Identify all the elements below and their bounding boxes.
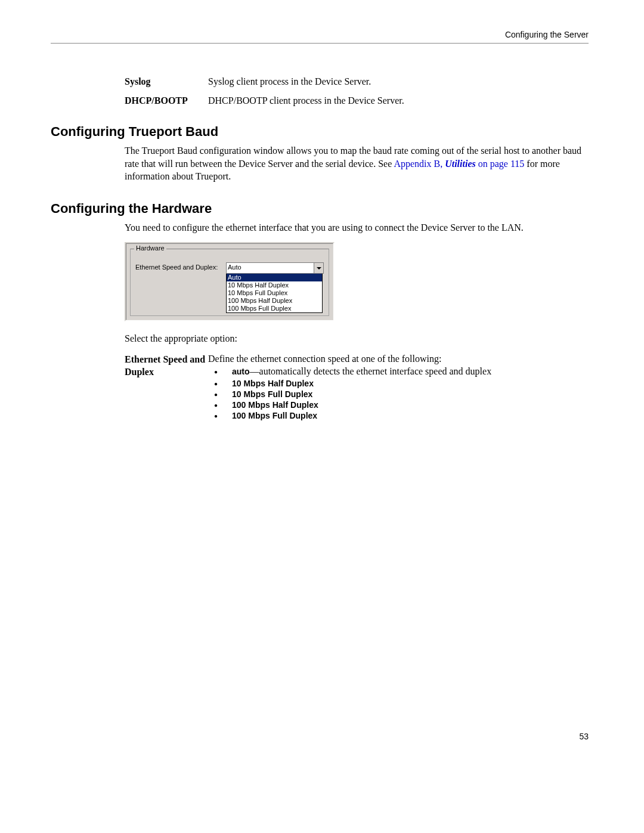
option-name: 100 Mbps Half Duplex — [232, 400, 318, 410]
groupbox-title: Hardware — [134, 244, 166, 252]
option-name: 10 Mbps Full Duplex — [232, 389, 312, 400]
option-desc: —automatically detects the ethernet inte… — [250, 366, 492, 376]
running-header: Configuring the Server — [51, 30, 589, 39]
ethernet-def-intro: Define the ethernet connection speed at … — [208, 354, 589, 364]
list-item[interactable]: Auto — [227, 274, 322, 281]
list-item: ●100 Mbps Full Duplex — [208, 410, 589, 421]
ethernet-def-term: Ethernet Speed and Duplex — [125, 354, 208, 422]
ethernet-def-block: Ethernet Speed and Duplex Define the eth… — [125, 354, 589, 422]
option-name: auto — [232, 367, 250, 376]
definition-table: Syslog Syslog client process in the Devi… — [125, 76, 589, 106]
header-rule — [51, 43, 589, 44]
bullet-icon: ● — [208, 401, 232, 409]
ethernet-options-list: ●auto—automatically detects the ethernet… — [208, 366, 589, 422]
list-item[interactable]: 100 Mbps Full Duplex — [227, 305, 322, 312]
bullet-icon: ● — [208, 412, 232, 420]
list-item: ●100 Mbps Half Duplex — [208, 400, 589, 410]
link-prefix: Appendix B, — [394, 159, 445, 169]
def-row: Syslog Syslog client process in the Devi… — [125, 76, 589, 87]
combobox-value: Auto — [227, 263, 314, 273]
ethernet-speed-combobox[interactable]: Auto — [226, 262, 324, 274]
combobox-dropdown-button[interactable] — [314, 263, 323, 273]
hardware-groupbox: Hardware Ethernet Speed and Duplex: Auto… — [130, 249, 329, 316]
option-name: 10 Mbps Half Duplex — [232, 378, 314, 389]
link-suffix: on page 115 — [476, 159, 525, 169]
appendix-link[interactable]: Appendix B, Utilities on page 115 — [394, 159, 524, 169]
heading-trueport: Configuring Trueport Baud — [51, 124, 589, 140]
def-term: Syslog — [125, 76, 208, 87]
list-item[interactable]: 10 Mbps Half Duplex — [227, 281, 322, 289]
list-item[interactable]: 100 Mbps Half Duplex — [227, 297, 322, 305]
list-item: ●auto—automatically detects the ethernet… — [208, 366, 589, 378]
bullet-icon: ● — [208, 391, 232, 398]
list-item[interactable]: 10 Mbps Full Duplex — [227, 289, 322, 297]
list-item: ●10 Mbps Half Duplex — [208, 378, 589, 389]
chevron-down-icon — [317, 267, 321, 270]
select-prompt: Select the appropriate option: — [125, 332, 589, 345]
def-row: DHCP/BOOTP DHCP/BOOTP client process in … — [125, 95, 589, 106]
heading-hardware: Configuring the Hardware — [51, 201, 589, 216]
def-desc: Syslog client process in the Device Serv… — [208, 76, 371, 87]
para-trueport: The Trueport Baud configuration window a… — [125, 144, 589, 183]
para-hardware: You need to configure the ethernet inter… — [125, 221, 589, 234]
ethernet-speed-label: Ethernet Speed and Duplex: — [135, 262, 226, 271]
page-number: 53 — [51, 732, 589, 741]
list-item: ●10 Mbps Full Duplex — [208, 389, 589, 400]
link-italic: Utilities — [445, 159, 476, 169]
hardware-dialog: Hardware Ethernet Speed and Duplex: Auto… — [125, 242, 335, 321]
def-desc: DHCP/BOOTP client process in the Device … — [208, 95, 404, 106]
bullet-icon: ● — [208, 380, 232, 388]
option-name: 100 Mbps Full Duplex — [232, 410, 317, 421]
bullet-icon: ● — [208, 368, 232, 376]
def-term: DHCP/BOOTP — [125, 95, 208, 106]
combobox-listbox[interactable]: Auto 10 Mbps Half Duplex 10 Mbps Full Du… — [226, 274, 323, 313]
